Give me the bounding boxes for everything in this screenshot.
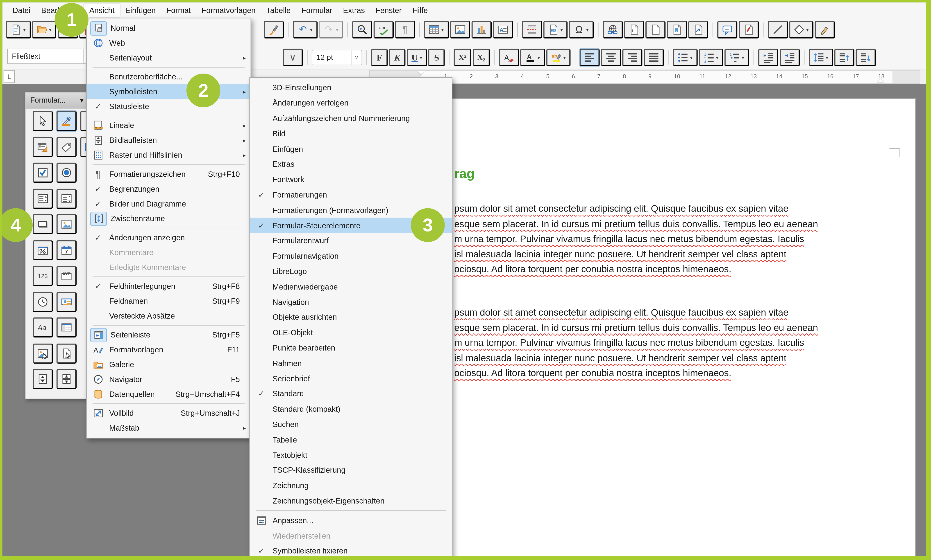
menu-item-erledigte-kommentare[interactable]: Erledigte Kommentare <box>87 260 251 275</box>
menu-item-lineale[interactable]: Lineale▸ <box>87 118 251 133</box>
file-selection-button[interactable] <box>56 343 77 363</box>
menu-item-textobjekt[interactable]: Textobjekt <box>250 447 452 463</box>
combo-box-button[interactable] <box>56 188 77 209</box>
line-spacing-button[interactable] <box>809 49 833 66</box>
menu-item-navigator[interactable]: NavigatorF5 <box>87 372 251 387</box>
menubar-item-formular[interactable]: Formular <box>296 3 338 17</box>
menubar-item-fenster[interactable]: Fenster <box>370 3 407 17</box>
menu-item-librelogo[interactable]: LibreLogo <box>250 264 452 279</box>
menu-item-einfügen[interactable]: Einfügen <box>250 141 452 157</box>
menu-item-maßstab[interactable]: Maßstab▸ <box>87 420 251 435</box>
label-field-button[interactable] <box>56 137 77 157</box>
cross-reference-button[interactable] <box>688 21 708 38</box>
redo-button[interactable]: ↷ <box>319 21 343 38</box>
menu-item-änderungen-verfolgen[interactable]: Änderungen verfolgen <box>250 95 452 111</box>
highlight-color-button[interactable]: ab <box>546 49 570 66</box>
scrollbar-button[interactable] <box>56 369 77 389</box>
text-field-button[interactable] <box>32 214 53 234</box>
endnote-button[interactable]: I <box>645 21 665 38</box>
menubar-item-format[interactable]: Format <box>161 3 196 17</box>
menu-item-symbolleisten-fixieren[interactable]: ✓Symbolleisten fixieren <box>250 543 452 558</box>
formatting-marks-button[interactable]: ¶ <box>395 21 415 38</box>
bold-button[interactable]: F <box>371 49 388 66</box>
para-space-increase-button[interactable] <box>834 49 855 66</box>
spin-button-button[interactable] <box>32 369 53 389</box>
undo-button[interactable]: ↶ <box>293 21 317 38</box>
menubar-item-formatvorlagen[interactable]: Formatvorlagen <box>196 3 261 17</box>
menu-item-zwischenräume[interactable]: Zwischenräume <box>87 211 251 226</box>
comment-button[interactable] <box>717 21 737 38</box>
italic-button[interactable]: K <box>389 49 406 66</box>
chevron-down-icon[interactable]: ▼ <box>79 97 85 103</box>
footnote-button[interactable]: i <box>624 21 644 38</box>
menu-item-objekte-ausrichten[interactable]: Objekte ausrichten <box>250 309 452 325</box>
document-page[interactable]: rag psum dolor sit amet consectetur adip… <box>374 98 916 560</box>
increase-indent-button[interactable] <box>758 49 778 66</box>
numbered-list-button[interactable]: 123 <box>699 49 723 66</box>
draw-button[interactable] <box>815 21 835 38</box>
menu-item-symbolleisten[interactable]: Symbolleisten▸ <box>87 84 251 99</box>
line-button[interactable] <box>767 21 788 38</box>
basic-shapes-button[interactable] <box>789 21 814 38</box>
newdoc-button[interactable] <box>6 21 30 38</box>
menu-item-vollbild[interactable]: VollbildStrg+Umschalt+J <box>87 406 251 420</box>
menubar-item-hilfe[interactable]: Hilfe <box>407 3 433 17</box>
menu-item-tabelle[interactable]: Tabelle <box>250 432 452 447</box>
percent-field-button[interactable] <box>32 240 53 260</box>
menu-item-bilder-und-diagramme[interactable]: ✓Bilder und Diagramme <box>87 197 251 211</box>
formatted-field-button[interactable]: Aa <box>32 317 53 338</box>
check-box-button[interactable] <box>32 162 53 183</box>
insert-image-button[interactable] <box>450 21 470 38</box>
option-button-button[interactable] <box>56 162 77 183</box>
first-line-indent-marker[interactable] <box>418 71 424 75</box>
currency-field-button[interactable] <box>56 292 77 312</box>
menu-item-formatvorlagen[interactable]: AFormatvorlagenF11 <box>87 342 251 357</box>
spellcheck-button[interactable]: abc <box>374 21 394 38</box>
menu-item-medienwiedergabe[interactable]: Medienwiedergabe <box>250 279 452 294</box>
menu-item-raster-und-hilfslinien[interactable]: Raster und Hilfslinien▸ <box>87 148 251 162</box>
underline-button[interactable]: U <box>407 49 427 66</box>
image-button-button[interactable] <box>32 343 53 363</box>
menu-item-formatierungen[interactable]: ✓Formatierungen <box>250 187 452 203</box>
menubar-item-tabelle[interactable]: Tabelle <box>261 3 296 17</box>
list-box-button[interactable] <box>32 188 53 209</box>
menu-item-normal[interactable]: Normal <box>87 21 251 35</box>
menu-item-statusleiste[interactable]: ✓Statusleiste <box>87 99 251 114</box>
chevron-down-icon[interactable]: ∨ <box>351 51 361 65</box>
menu-item-bildlaufleisten[interactable]: Bildlaufleisten▸ <box>87 133 251 148</box>
menu-item-seitenlayout[interactable]: Seitenlayout▸ <box>87 51 251 65</box>
menu-item-formularnavigation[interactable]: Formularnavigation <box>250 248 452 264</box>
pattern-field-button[interactable]: XYZ <box>56 266 77 286</box>
strike-button[interactable]: S <box>428 49 445 66</box>
menu-item-tscp-klassifizierung[interactable]: TSCP-Klassifizierung <box>250 463 452 478</box>
font-size-combo[interactable]: 12 pt∨ <box>312 50 362 65</box>
menu-item-begrenzungen[interactable]: ✓Begrenzungen <box>87 182 251 197</box>
menu-item-fontwork[interactable]: Fontwork <box>250 172 452 187</box>
menu-item-web[interactable]: Web <box>87 35 251 51</box>
insert-table-button[interactable] <box>424 21 449 38</box>
align-right-button[interactable] <box>622 49 642 66</box>
align-center-button[interactable] <box>601 49 621 66</box>
menubar-item-datei[interactable]: Datei <box>7 3 36 17</box>
menu-item-ole-objekt[interactable]: OLE-Objekt <box>250 325 452 340</box>
design-mode-button[interactable] <box>56 111 77 131</box>
bullet-list-button[interactable] <box>673 49 697 66</box>
menu-item-navigation[interactable]: Navigation <box>250 294 452 309</box>
sup-button[interactable]: X² <box>454 49 471 66</box>
menu-item-punkte-bearbeiten[interactable]: Punkte bearbeiten <box>250 340 452 355</box>
fontname-dropdown-button[interactable]: ∨ <box>283 49 303 66</box>
menu-item-galerie[interactable]: Galerie <box>87 357 251 372</box>
insert-chart-button[interactable] <box>471 21 491 38</box>
menu-item-rahmen[interactable]: Rahmen <box>250 355 452 371</box>
find-replace-button[interactable]: a <box>352 21 372 38</box>
hyperlink-button[interactable] <box>602 21 623 38</box>
menu-item-serienbrief[interactable]: Serienbrief <box>250 371 452 386</box>
menu-item-feldnamen[interactable]: FeldnamenStrg+F9 <box>87 294 251 308</box>
menu-item-standard[interactable]: ✓Standard <box>250 386 452 402</box>
menu-item-formatierungszeichen[interactable]: ¶FormatierungszeichenStrg+F10 <box>87 167 251 182</box>
menu-item-extras[interactable]: Extras <box>250 157 452 172</box>
align-left-button[interactable] <box>579 49 600 66</box>
insert-field-button[interactable]: (-) <box>543 21 568 38</box>
align-justify-button[interactable] <box>644 49 664 66</box>
menu-item-3d-einstellungen[interactable]: 3D-Einstellungen <box>250 80 452 95</box>
